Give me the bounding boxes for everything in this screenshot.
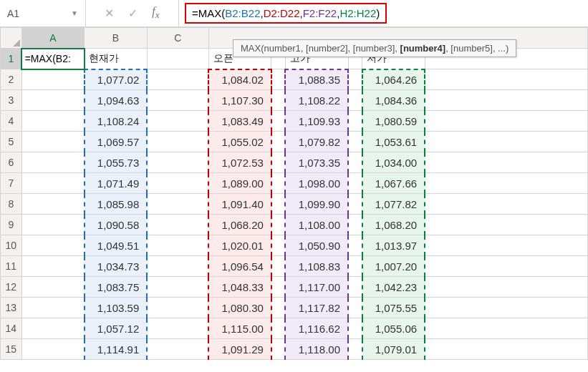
cell-H5[interactable]: 1,053.61 [362, 132, 425, 152]
name-box[interactable]: A1 ▼ [0, 0, 86, 26]
cell-H14[interactable]: 1,055.06 [362, 318, 425, 339]
cell-H12[interactable]: 1,042.23 [362, 277, 425, 298]
cell-D8[interactable]: 1,091.40 [208, 194, 271, 215]
col-header-A[interactable]: A [21, 28, 85, 49]
cell-H7[interactable]: 1,067.66 [362, 173, 425, 194]
select-all-corner[interactable] [1, 28, 22, 49]
fx-icon[interactable]: fx [152, 5, 159, 21]
row-9: 9 1,090.58 1,068.20 1,108.00 1,068.20 [1, 215, 588, 235]
cell-F6[interactable]: 1,073.35 [285, 152, 348, 173]
cell-D15[interactable]: 1,091.29 [208, 339, 271, 360]
cell-F9[interactable]: 1,108.00 [285, 215, 348, 235]
cell-D4[interactable]: 1,083.49 [208, 111, 271, 132]
row-header-13[interactable]: 13 [1, 298, 22, 318]
cell-B11[interactable]: 1,034.73 [85, 256, 148, 277]
row-header-2[interactable]: 2 [1, 69, 22, 90]
row-header-10[interactable]: 10 [1, 235, 22, 256]
formula-bar-buttons: ✕ ✓ fx [86, 0, 179, 26]
cell-F7[interactable]: 1,098.00 [285, 173, 348, 194]
cell-H8[interactable]: 1,077.82 [362, 194, 425, 215]
cell-F4[interactable]: 1,109.93 [285, 111, 348, 132]
cell-H2[interactable]: 1,064.26 [362, 69, 425, 90]
row-header-15[interactable]: 15 [1, 339, 22, 360]
col-header-B[interactable]: B [85, 28, 148, 49]
tooltip-arg1[interactable]: number1 [264, 43, 301, 54]
tooltip-arg5[interactable]: , [number5], ...) [445, 43, 509, 54]
tooltip-arg4[interactable]: [number4] [400, 43, 446, 54]
cell-H4[interactable]: 1,080.59 [362, 111, 425, 132]
row-header-5[interactable]: 5 [1, 132, 22, 152]
row-header-4[interactable]: 4 [1, 111, 22, 132]
cell-F14[interactable]: 1,116.62 [285, 318, 348, 339]
cell-B12[interactable]: 1,083.75 [85, 277, 148, 298]
cell-B2[interactable]: 1,077.02 [85, 69, 148, 90]
cell-F13[interactable]: 1,117.82 [285, 298, 348, 318]
cell-B8[interactable]: 1,085.98 [85, 194, 148, 215]
cell-D3[interactable]: 1,107.30 [208, 90, 271, 111]
cell-H15[interactable]: 1,079.01 [362, 339, 425, 360]
cell-B5[interactable]: 1,069.57 [85, 132, 148, 152]
cell-F3[interactable]: 1,108.22 [285, 90, 348, 111]
cell-B13[interactable]: 1,103.59 [85, 298, 148, 318]
row-header-11[interactable]: 11 [1, 256, 22, 277]
cell-rest-2[interactable] [425, 69, 587, 90]
formula-input[interactable]: =MAX( B2:B22, D2:D22, F2:F22, H2:H22 ) [185, 3, 387, 24]
cell-B3[interactable]: 1,094.63 [85, 90, 148, 111]
cell-B15[interactable]: 1,114.91 [85, 339, 148, 360]
row-header-8[interactable]: 8 [1, 194, 22, 215]
cell-H10[interactable]: 1,013.97 [362, 235, 425, 256]
cell-F10[interactable]: 1,050.90 [285, 235, 348, 256]
cell-D13[interactable]: 1,080.30 [208, 298, 271, 318]
cell-D2[interactable]: 1,084.02 [208, 69, 271, 90]
cell-H6[interactable]: 1,034.00 [362, 152, 425, 173]
header-b[interactable]: 현재가 [85, 49, 148, 69]
cell-A2[interactable] [21, 69, 85, 90]
cell-H11[interactable]: 1,007.20 [362, 256, 425, 277]
cell-C1[interactable] [147, 49, 208, 69]
cell-D12[interactable]: 1,048.33 [208, 277, 271, 298]
col-header-C[interactable]: C [147, 28, 208, 49]
cell-B10[interactable]: 1,049.51 [85, 235, 148, 256]
cell-D11[interactable]: 1,096.54 [208, 256, 271, 277]
cell-H3[interactable]: 1,084.36 [362, 90, 425, 111]
cell-B7[interactable]: 1,071.49 [85, 173, 148, 194]
cell-D7[interactable]: 1,089.00 [208, 173, 271, 194]
cell-F11[interactable]: 1,108.83 [285, 256, 348, 277]
cell-H9[interactable]: 1,068.20 [362, 215, 425, 235]
row-header-1[interactable]: 1 [1, 49, 22, 69]
cell-F15[interactable]: 1,118.00 [285, 339, 348, 360]
grid-table[interactable]: A B C 1 =MAX(B2: 현재가 오픈 고가 저가 2 1,077.02… [0, 27, 588, 360]
cell-B4[interactable]: 1,108.24 [85, 111, 148, 132]
cell-D9[interactable]: 1,068.20 [208, 215, 271, 235]
row-header-12[interactable]: 12 [1, 277, 22, 298]
cell-F12[interactable]: 1,117.00 [285, 277, 348, 298]
cell-D6[interactable]: 1,072.53 [208, 152, 271, 173]
cell-D10[interactable]: 1,020.01 [208, 235, 271, 256]
cell-E2[interactable] [271, 69, 286, 90]
cell-B14[interactable]: 1,057.12 [85, 318, 148, 339]
tooltip-arg2[interactable]: , [number2] [301, 43, 348, 54]
cell-D14[interactable]: 1,115.00 [208, 318, 271, 339]
cell-F8[interactable]: 1,099.90 [285, 194, 348, 215]
cell-C2[interactable] [147, 69, 208, 90]
enter-icon[interactable]: ✓ [128, 6, 138, 20]
row-header-9[interactable]: 9 [1, 215, 22, 235]
cancel-icon[interactable]: ✕ [105, 6, 114, 20]
cell-H13[interactable]: 1,075.55 [362, 298, 425, 318]
row-header-6[interactable]: 6 [1, 152, 22, 173]
row-header-14[interactable]: 14 [1, 318, 22, 339]
tooltip-arg3[interactable]: , [number3], [348, 43, 400, 54]
row-header-7[interactable]: 7 [1, 173, 22, 194]
cell-D5[interactable]: 1,055.02 [208, 132, 271, 152]
formula-range-4: H2:H22 [339, 7, 376, 19]
cell-A1-active[interactable]: =MAX(B2: [21, 49, 85, 69]
tooltip-fn: MAX( [241, 43, 264, 54]
cell-G2[interactable] [348, 69, 362, 90]
cell-F5[interactable]: 1,079.82 [285, 132, 348, 152]
cell-F2[interactable]: 1,088.35 [285, 69, 348, 90]
cell-B6[interactable]: 1,055.73 [85, 152, 148, 173]
row-header-3[interactable]: 3 [1, 90, 22, 111]
chevron-down-icon[interactable]: ▼ [71, 9, 78, 17]
row-14: 14 1,057.12 1,115.00 1,116.62 1,055.06 [1, 318, 588, 339]
cell-B9[interactable]: 1,090.58 [85, 215, 148, 235]
